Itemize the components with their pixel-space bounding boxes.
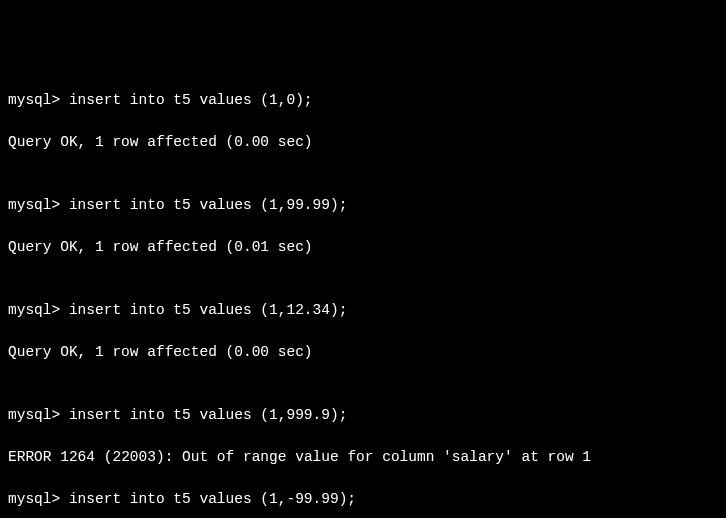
error-line: ERROR 1264 (22003): Out of range value f… (8, 447, 718, 468)
sql-command: insert into t5 values (1,-99.99); (69, 491, 356, 507)
prompt: mysql> (8, 491, 69, 507)
result-line: Query OK, 1 row affected (0.00 sec) (8, 132, 718, 153)
sql-command: insert into t5 values (1,0); (69, 92, 313, 108)
prompt: mysql> (8, 197, 69, 213)
sql-command: insert into t5 values (1,99.99); (69, 197, 347, 213)
result-line: Query OK, 1 row affected (0.01 sec) (8, 237, 718, 258)
cmd-line: mysql> insert into t5 values (1,-99.99); (8, 489, 718, 510)
cmd-line: mysql> insert into t5 values (1,12.34); (8, 300, 718, 321)
sql-command: insert into t5 values (1,999.9); (69, 407, 347, 423)
cmd-line: mysql> insert into t5 values (1,99.99); (8, 195, 718, 216)
sql-command: insert into t5 values (1,12.34); (69, 302, 347, 318)
cmd-line: mysql> insert into t5 values (1,0); (8, 90, 718, 111)
result-line: Query OK, 1 row affected (0.00 sec) (8, 342, 718, 363)
prompt: mysql> (8, 407, 69, 423)
prompt: mysql> (8, 92, 69, 108)
cmd-line: mysql> insert into t5 values (1,999.9); (8, 405, 718, 426)
prompt: mysql> (8, 302, 69, 318)
